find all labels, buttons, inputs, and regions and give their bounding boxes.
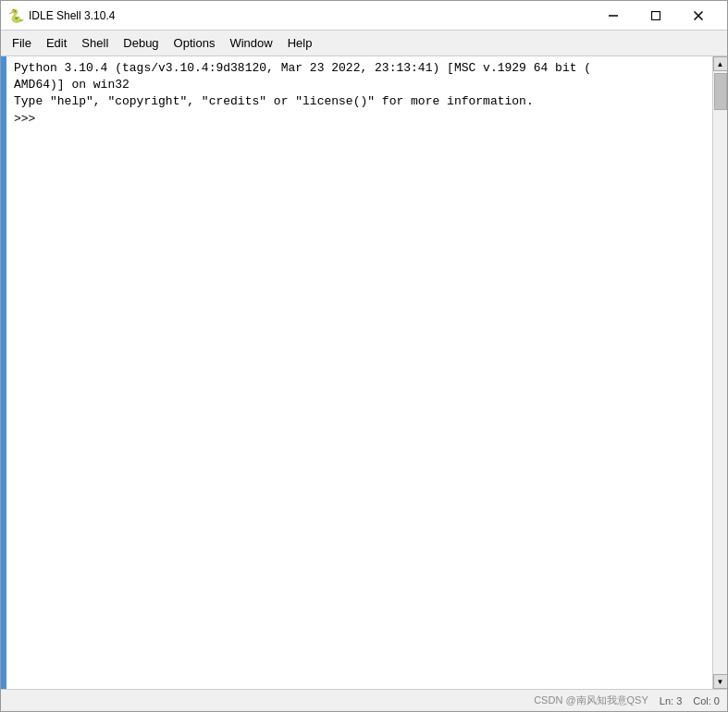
shell-output[interactable] [6,56,712,689]
menu-help[interactable]: Help [280,32,320,54]
menu-window[interactable]: Window [222,32,279,54]
main-window: 🐍 IDLE Shell 3.10.4 File Ed [0,0,728,712]
line-number: Ln: 3 [660,695,682,706]
status-bar: CSDN @南风知我意QSY Ln: 3 Col: 0 [1,689,727,711]
minimize-icon [609,11,618,20]
menu-shell[interactable]: Shell [74,32,116,54]
menu-file[interactable]: File [5,32,39,54]
close-icon [694,11,703,20]
shell-content [6,56,712,689]
close-button[interactable] [677,1,720,31]
app-icon: 🐍 [8,8,23,23]
minimize-button[interactable] [592,1,635,31]
maximize-button[interactable] [635,1,677,31]
menu-options[interactable]: Options [167,32,223,54]
scroll-up-button[interactable]: ▲ [713,56,728,71]
menu-debug[interactable]: Debug [116,32,166,54]
title-bar: 🐍 IDLE Shell 3.10.4 [1,1,727,31]
watermark-text: CSDN @南风知我意QSY [534,694,648,707]
menu-bar: File Edit Shell Debug Options Window Hel… [1,31,727,56]
svg-rect-1 [652,11,660,19]
scroll-down-button[interactable]: ▼ [713,674,728,689]
window-title: IDLE Shell 3.10.4 [29,9,592,22]
window-controls [592,1,720,31]
maximize-icon [651,11,660,20]
column-number: Col: 0 [693,695,720,706]
scrollbar: ▲ ▼ [712,56,727,689]
shell-area: ▲ ▼ [1,56,727,689]
scroll-thumb[interactable] [714,73,727,110]
menu-edit[interactable]: Edit [39,32,74,54]
